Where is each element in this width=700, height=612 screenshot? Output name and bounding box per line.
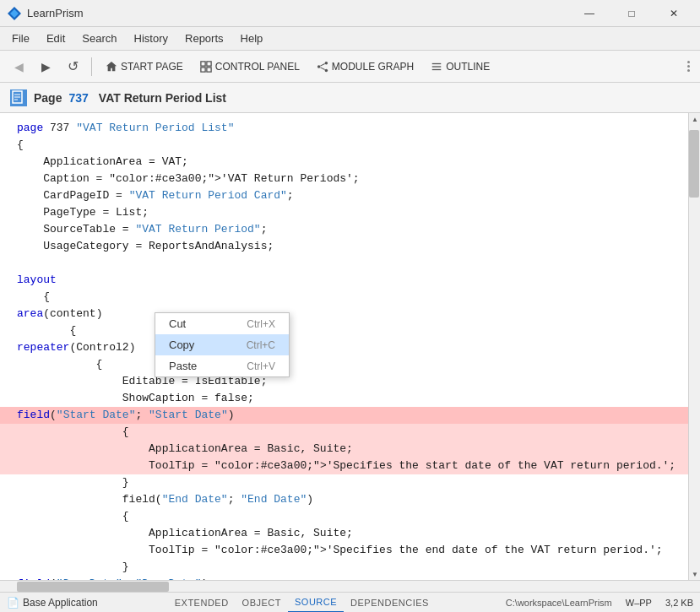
code-line: field("End Date"; "End Date") xyxy=(0,491,700,508)
menu-history[interactable]: History xyxy=(126,27,176,51)
tab-source[interactable]: SOURCE xyxy=(288,593,344,613)
tab-dependencies[interactable]: DEPENDENCIES xyxy=(344,593,436,613)
ctx-paste-shortcut: Ctrl+V xyxy=(247,360,275,372)
ctx-copy-label: Copy xyxy=(169,338,194,351)
control-panel-button[interactable]: CONTROL PANEL xyxy=(193,54,307,79)
menu-bar: File Edit Search History Reports Help xyxy=(0,27,700,51)
status-bar-left: 📄 Base Application xyxy=(7,597,98,609)
svg-rect-3 xyxy=(207,61,211,65)
code-line: { xyxy=(0,322,700,339)
svg-point-6 xyxy=(317,65,321,68)
main-content: page 737 "VAT Return Period List"{ Appli… xyxy=(0,113,700,612)
scrollbar-thumb[interactable] xyxy=(689,130,699,198)
file-size: 3,2 KB xyxy=(665,598,693,608)
ctx-cut-shortcut: Ctrl+X xyxy=(247,318,275,330)
app-title: LearnPrism xyxy=(27,7,83,19)
vertical-scrollbar[interactable]: ▲ ▼ xyxy=(688,113,700,580)
base-app-label: Base Application xyxy=(23,597,98,609)
svg-line-9 xyxy=(320,63,324,66)
code-line: Caption = "color:#ce3a00;">'VAT Return P… xyxy=(0,171,700,187)
code-line: area(content) xyxy=(0,306,700,322)
page-icon xyxy=(10,89,27,106)
code-line: layout xyxy=(0,272,700,289)
svg-line-10 xyxy=(320,67,324,69)
ctx-copy[interactable]: Copy Ctrl+C xyxy=(155,334,289,355)
base-app-icon: 📄 xyxy=(7,597,19,609)
menu-edit[interactable]: Edit xyxy=(38,27,73,51)
workspace-path: C:\workspace\LearnPrism xyxy=(506,598,612,608)
code-line: UsageCategory = ReportsAndAnalysis; xyxy=(0,238,700,255)
control-panel-icon xyxy=(200,61,212,73)
page-header: Page 737 VAT Return Period List xyxy=(0,83,700,113)
svg-rect-4 xyxy=(201,67,205,71)
code-line: { xyxy=(0,508,700,525)
ctx-copy-shortcut: Ctrl+C xyxy=(247,339,275,351)
context-menu: Cut Ctrl+X Copy Ctrl+C Paste Ctrl+V xyxy=(155,312,290,377)
code-line: { xyxy=(0,289,700,306)
code-line: { xyxy=(0,424,700,441)
home-icon xyxy=(106,61,117,73)
minimize-button[interactable]: — xyxy=(570,0,609,27)
code-line: CardPageID = "VAT Return Period Card"; xyxy=(0,187,700,204)
status-bar: 📄 Base Application EXTENDED OBJECT SOURC… xyxy=(0,592,700,612)
code-container: page 737 "VAT Return Period List"{ Appli… xyxy=(0,113,700,580)
ctx-cut-label: Cut xyxy=(169,317,186,330)
ctx-paste[interactable]: Paste Ctrl+V xyxy=(155,355,289,376)
code-line: ShowCaption = false; xyxy=(0,390,700,407)
code-line: ApplicationArea = Basic, Suite; xyxy=(0,525,700,542)
status-tabs: EXTENDED OBJECT SOURCE DEPENDENCIES xyxy=(168,593,436,613)
close-button[interactable]: ✕ xyxy=(654,0,693,27)
menu-help[interactable]: Help xyxy=(232,27,272,51)
svg-rect-2 xyxy=(201,61,205,65)
page-title: VAT Return Period List xyxy=(99,91,226,105)
code-line: ToolTip = "color:#ce3a00;">'Specifies th… xyxy=(0,542,700,559)
horizontal-scrollbar-thumb[interactable] xyxy=(17,582,169,592)
page-prefix: Page xyxy=(34,91,62,105)
code-scroll-area[interactable]: page 737 "VAT Return Period List"{ Appli… xyxy=(0,113,700,580)
code-line xyxy=(0,255,700,272)
code-line: repeater(Control2) xyxy=(0,339,700,356)
code-line: PageType = List; xyxy=(0,204,700,221)
module-graph-label: MODULE GRAPH xyxy=(332,61,414,73)
code-line: ApplicationArea = Basic, Suite; xyxy=(0,441,700,458)
tab-object[interactable]: OBJECT xyxy=(236,593,288,613)
window-controls: — □ ✕ xyxy=(570,0,693,27)
svg-point-8 xyxy=(324,68,328,72)
start-page-button[interactable]: START PAGE xyxy=(99,54,190,79)
scroll-down-arrow[interactable]: ▼ xyxy=(689,568,700,580)
toolbar-separator-1 xyxy=(91,57,92,76)
code-line: { xyxy=(0,137,700,154)
horizontal-scrollbar[interactable] xyxy=(0,580,700,592)
module-graph-button[interactable]: MODULE GRAPH xyxy=(310,54,421,79)
maximize-button[interactable]: □ xyxy=(612,0,651,27)
code-line: } xyxy=(0,559,700,576)
menu-reports[interactable]: Reports xyxy=(176,27,232,51)
menu-file[interactable]: File xyxy=(3,27,38,51)
forward-button[interactable]: ▶ xyxy=(34,55,57,79)
scroll-up-arrow[interactable]: ▲ xyxy=(689,113,700,125)
refresh-button[interactable]: ↺ xyxy=(61,55,84,79)
code-line: SourceTable = "VAT Return Period"; xyxy=(0,221,700,238)
back-button[interactable]: ◀ xyxy=(7,55,30,79)
menu-search[interactable]: Search xyxy=(73,27,125,51)
outline-button[interactable]: OUTLINE xyxy=(424,54,497,79)
outline-label: OUTLINE xyxy=(446,61,490,73)
page-number: 737 xyxy=(68,91,88,105)
module-graph-icon xyxy=(317,61,328,73)
toolbar: ◀ ▶ ↺ START PAGE CONTROL PANEL MODULE GR… xyxy=(0,51,700,83)
app-logo-icon xyxy=(7,6,22,21)
code-line: ApplicationArea = VAT; xyxy=(0,154,700,171)
code-line: page 737 "VAT Return Period List" xyxy=(0,120,700,137)
code-line: } xyxy=(0,474,700,491)
svg-rect-5 xyxy=(207,67,211,71)
ctx-cut[interactable]: Cut Ctrl+X xyxy=(155,313,289,334)
svg-point-7 xyxy=(324,61,328,64)
editor-mode: W–PP xyxy=(626,598,652,608)
title-bar-left: LearnPrism xyxy=(7,6,83,21)
ctx-paste-label: Paste xyxy=(169,360,197,372)
code-line: ToolTip = "color:#ce3a00;">'Specifies th… xyxy=(0,458,700,474)
code-line: field("Start Date"; "Start Date") xyxy=(0,407,700,424)
tab-extended[interactable]: EXTENDED xyxy=(168,593,236,613)
outline-icon xyxy=(431,61,442,73)
title-bar: LearnPrism — □ ✕ xyxy=(0,0,700,27)
